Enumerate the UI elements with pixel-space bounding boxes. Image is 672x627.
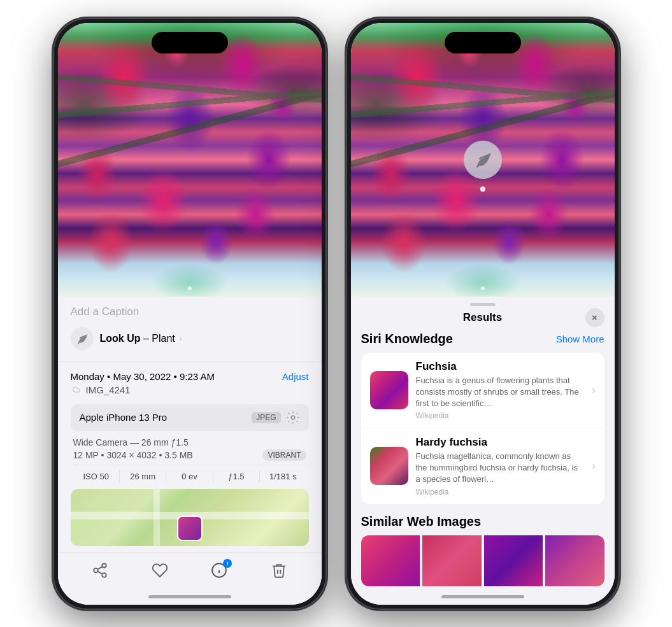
leaf-icon (76, 332, 89, 345)
dynamic-island (152, 32, 228, 53)
camera-line1: Wide Camera — 26 mm ƒ1.5 (73, 437, 306, 447)
lookup-label: Look Up – Plant › (100, 333, 182, 344)
aperture-spec: ƒ1.5 (213, 470, 260, 483)
caption-field[interactable]: Add a Caption (71, 306, 309, 318)
shutter-spec: 1/181 s (260, 470, 306, 483)
phone1-content: Add a Caption Look Up – Plant › (58, 23, 322, 605)
results-title: Results (463, 311, 502, 324)
visual-search-button[interactable] (464, 141, 502, 179)
map-preview[interactable] (71, 489, 309, 546)
results-body[interactable]: Siri Knowledge Show More Fuchsia (351, 332, 615, 605)
fuchsia-chevron: › (592, 384, 595, 396)
focal-spec: 26 mm (120, 470, 166, 483)
show-more-button[interactable]: Show More (556, 334, 604, 344)
leaf-search-icon (473, 150, 492, 169)
results-panel: Results × Siri Knowledge Show More (351, 297, 615, 605)
svg-point-0 (291, 416, 295, 419)
fuchsia-source: Wikipedia (416, 411, 585, 420)
look-up-row[interactable]: Look Up – Plant › (71, 327, 309, 350)
similar-img-3[interactable] (484, 535, 543, 586)
dynamic-island-2 (445, 32, 521, 53)
hardy-name: Hardy fuchsia (416, 436, 585, 449)
similar-web-section: Similar Web Images (361, 514, 604, 586)
ev-spec: 0 ev (166, 470, 213, 483)
knowledge-item-hardy[interactable]: Hardy fuchsia Fuchsia magellanica, commo… (361, 428, 604, 504)
similar-img-1[interactable] (361, 535, 420, 586)
settings-icon (286, 411, 300, 425)
date-row: Monday • May 30, 2022 • 9:23 AM Adjust (71, 371, 309, 382)
knowledge-card: Fuchsia Fuchsia is a genus of flowering … (361, 353, 604, 504)
home-indicator-1 (148, 595, 231, 598)
info-button[interactable]: i (209, 560, 229, 581)
device-badges: JPEG (252, 411, 299, 425)
visual-search-dot (480, 187, 485, 192)
adjust-button[interactable]: Adjust (282, 371, 309, 382)
divider1 (58, 362, 322, 362)
device-row: Apple iPhone 13 Pro JPEG (71, 404, 309, 431)
results-header: Results × (351, 310, 615, 332)
phone-1: Add a Caption Look Up – Plant › (53, 18, 327, 610)
home-indicator-2 (441, 595, 524, 598)
hardy-desc: Fuchsia magellanica, commonly known as t… (416, 451, 585, 486)
trash-button[interactable] (269, 560, 289, 581)
hardy-chevron: › (592, 460, 595, 472)
specs-line3: ISO 50 26 mm 0 ev ƒ1.5 1/181 s (73, 465, 306, 483)
cloud-icon (71, 386, 82, 393)
phone-2: Results × Siri Knowledge Show More (346, 18, 620, 610)
iso-spec: ISO 50 (73, 470, 120, 483)
phone1-photo[interactable] (58, 23, 322, 297)
fuchsia-desc: Fuchsia is a genus of flowering plants t… (416, 375, 585, 410)
vibrant-badge: VIBRANT (262, 449, 306, 461)
heart-button[interactable] (150, 560, 170, 581)
hardy-text: Hardy fuchsia Fuchsia magellanica, commo… (416, 436, 585, 497)
fuchsia-text: Fuchsia Fuchsia is a genus of flowering … (416, 360, 585, 421)
map-photo-thumb (177, 516, 203, 541)
knowledge-item-fuchsia[interactable]: Fuchsia Fuchsia is a genus of flowering … (361, 353, 604, 429)
device-name: Apple iPhone 13 Pro (80, 412, 168, 423)
fuchsia-thumbnail (370, 371, 408, 409)
format-badge: JPEG (252, 412, 280, 423)
date-text: Monday • May 30, 2022 • 9:23 AM (71, 371, 215, 382)
info-badge: i (223, 559, 232, 568)
phone2-content: Results × Siri Knowledge Show More (351, 23, 615, 605)
specs-line2: 12 MP • 3024 × 4032 • 3.5 MB VIBRANT (73, 449, 306, 461)
results-close-button[interactable]: × (585, 308, 604, 327)
camera-specs: Wide Camera — 26 mm ƒ1.5 12 MP • 3024 × … (71, 437, 309, 483)
share-button[interactable] (90, 560, 110, 581)
page-dot-2 (481, 286, 485, 290)
similar-img-2[interactable] (422, 535, 482, 586)
similar-web-title: Similar Web Images (361, 514, 604, 529)
filename-row: IMG_4241 (71, 384, 309, 395)
mp-info: 12 MP • 3024 × 4032 • 3.5 MB (73, 450, 193, 460)
results-handle[interactable] (351, 297, 615, 310)
siri-knowledge-title: Siri Knowledge (361, 332, 453, 346)
similar-images-row[interactable] (361, 535, 604, 586)
similar-img-4[interactable] (545, 535, 604, 586)
hardy-source: Wikipedia (416, 488, 585, 497)
map-road2 (154, 489, 160, 546)
filename-text: IMG_4241 (86, 384, 131, 395)
photo-page-dot (188, 286, 192, 290)
siri-knowledge-header: Siri Knowledge Show More (361, 332, 604, 346)
lookup-icon-circle (71, 327, 94, 350)
fuchsia-name: Fuchsia (416, 360, 585, 373)
handle-bar (470, 303, 496, 306)
hardy-thumbnail (370, 447, 408, 485)
phone2-photo[interactable] (351, 23, 615, 297)
phone1-toolbar: i (58, 552, 322, 588)
